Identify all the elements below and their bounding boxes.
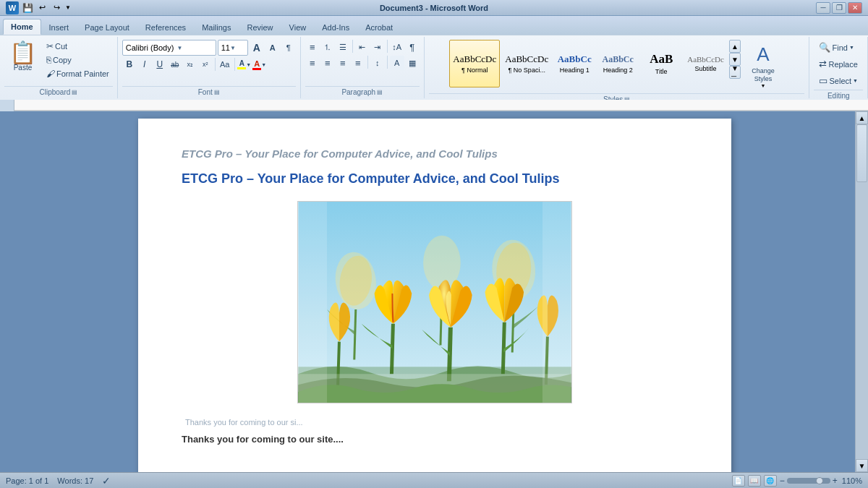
zoom-level: 110% xyxy=(842,476,862,485)
font-size-dropdown[interactable]: 11 ▼ xyxy=(218,40,248,56)
clear-format-button[interactable]: ¶ xyxy=(281,40,296,55)
tulip-svg xyxy=(298,202,571,403)
style-heading1-label: Heading 1 xyxy=(560,67,590,74)
tab-view[interactable]: View xyxy=(281,19,315,35)
page-info: Page: 1 of 1 xyxy=(6,476,48,485)
font-color-button[interactable]: A ▼ xyxy=(252,57,267,72)
footer-main: Thanks you for coming to our site.... xyxy=(182,434,688,445)
quick-access-redo[interactable]: ↪ xyxy=(51,2,62,14)
doc-scroll-area[interactable]: ETCG Pro – Your Place for Computer Advic… xyxy=(14,111,855,472)
zoom-in-button[interactable]: + xyxy=(833,476,838,486)
superscript-button[interactable]: x² xyxy=(198,57,213,72)
scroll-down-button[interactable]: ▼ xyxy=(856,459,868,472)
change-styles-button[interactable]: A ChangeStyles ▼ xyxy=(742,40,784,92)
justify-button[interactable]: ≡ xyxy=(351,56,365,70)
highlight-dropdown-arrow[interactable]: ▼ xyxy=(246,62,251,67)
tulip-image[interactable] xyxy=(297,201,572,403)
font-row1: Calibri (Body) ▼ 11 ▼ A A ¶ xyxy=(122,40,296,56)
change-case-button[interactable]: Aa xyxy=(218,57,232,72)
document-area: ETCG Pro – Your Place for Computer Advic… xyxy=(0,111,868,472)
style-heading2[interactable]: AaBbCc Heading 2 xyxy=(597,40,639,87)
zoom-thumb xyxy=(816,477,823,484)
tab-references[interactable]: References xyxy=(137,19,194,35)
page-title-main: ETCG Pro – Your Place for Computer Advic… xyxy=(182,171,688,187)
scroll-track[interactable] xyxy=(856,124,868,459)
align-right-button[interactable]: ≡ xyxy=(336,56,350,70)
bullets-button[interactable]: ≡ xyxy=(305,40,320,54)
numbered-list-button[interactable]: ⒈ xyxy=(320,40,335,54)
tab-acrobat[interactable]: Acrobat xyxy=(357,19,401,35)
borders-button[interactable]: ▦ xyxy=(405,56,420,70)
format-painter-button[interactable]: 🖌 Format Painter xyxy=(43,67,113,80)
subscript-button[interactable]: x₂ xyxy=(183,57,197,72)
select-button[interactable]: ▭ Select ▼ xyxy=(814,73,863,88)
spell-check-icon[interactable]: ✓ xyxy=(102,475,111,487)
strikethrough-button[interactable]: ab xyxy=(168,57,182,72)
view-full-reading-button[interactable]: 📖 xyxy=(748,475,761,487)
replace-button[interactable]: ⇄ Replace xyxy=(814,56,862,72)
shading-button[interactable]: A xyxy=(390,56,404,70)
paste-button[interactable]: 📋 Paste xyxy=(4,40,41,74)
scroll-up-button[interactable]: ▲ xyxy=(856,111,868,124)
styles-scroll-more[interactable]: ▼─ xyxy=(729,66,741,79)
sort-button[interactable]: ↕A xyxy=(390,40,404,54)
ruler-side-left xyxy=(0,100,14,111)
font-content: Calibri (Body) ▼ 11 ▼ A A ¶ B I U ab x₂ … xyxy=(122,38,296,86)
style-heading1[interactable]: AaBbCc Heading 1 xyxy=(553,40,595,87)
tab-insert[interactable]: Insert xyxy=(41,19,77,35)
underline-button[interactable]: U xyxy=(153,57,167,72)
highlight-button[interactable]: A ▼ xyxy=(237,57,252,72)
tab-add-ins[interactable]: Add-Ins xyxy=(314,19,357,35)
clipboard-expand-icon[interactable]: ▤ xyxy=(72,89,77,95)
para-row2: ≡ ≡ ≡ ≡ ↕ A ▦ xyxy=(305,56,420,70)
increase-indent-button[interactable]: ⇥ xyxy=(370,40,385,54)
font-expand-icon[interactable]: ▤ xyxy=(214,89,220,95)
multilevel-list-button[interactable]: ☰ xyxy=(336,40,350,54)
find-button[interactable]: 🔍 Find ▼ xyxy=(814,40,859,55)
paragraph-content: ≡ ⒈ ☰ ⇤ ⇥ ↕A ¶ ≡ ≡ ≡ ≡ ↕ A ▦ xyxy=(305,38,420,86)
style-title[interactable]: AaB Title xyxy=(640,40,682,87)
quick-access-save[interactable]: 💾 xyxy=(22,2,33,14)
align-left-button[interactable]: ≡ xyxy=(305,56,320,70)
paragraph-expand-icon[interactable]: ▤ xyxy=(377,89,383,95)
show-formatting-button[interactable]: ¶ xyxy=(405,40,420,54)
view-web-button[interactable]: 🌐 xyxy=(764,475,777,487)
scroll-thumb[interactable] xyxy=(856,124,867,182)
tab-mailings[interactable]: Mailings xyxy=(194,19,239,35)
styles-scroll-up[interactable]: ▲ xyxy=(729,40,741,53)
quick-access-undo[interactable]: ↩ xyxy=(36,2,48,14)
style-normal[interactable]: AaBbCcDc ¶ Normal xyxy=(449,40,500,87)
font-grow-button[interactable]: A xyxy=(250,40,264,55)
font-row2: B I U ab x₂ x² Aa A ▼ A xyxy=(122,57,267,72)
font-color-dropdown-arrow[interactable]: ▼ xyxy=(261,62,266,67)
quick-access-dropdown[interactable]: ▼ xyxy=(65,4,71,11)
zoom-out-button[interactable]: − xyxy=(780,476,785,486)
change-styles-icon: A xyxy=(757,43,769,66)
view-print-button[interactable]: 📄 xyxy=(732,475,745,487)
decrease-indent-button[interactable]: ⇤ xyxy=(355,40,370,54)
title-bar: W 💾 ↩ ↪ ▼ Document3 - Microsoft Word ─ ❐… xyxy=(0,0,868,16)
tab-page-layout[interactable]: Page Layout xyxy=(77,19,137,35)
style-subtitle[interactable]: AaBbCcDc Subtitle xyxy=(684,40,728,87)
close-button[interactable]: ✕ xyxy=(848,2,862,14)
style-subtitle-label: Subtitle xyxy=(695,65,717,72)
find-arrow: ▼ xyxy=(849,45,854,50)
word-logo-icon[interactable]: W xyxy=(6,1,19,14)
zoom-slider[interactable] xyxy=(787,478,830,484)
bold-button[interactable]: B xyxy=(122,57,137,72)
restore-button[interactable]: ❐ xyxy=(832,2,846,14)
status-bar: Page: 1 of 1 Words: 17 ✓ 📄 📖 🌐 − + 110% xyxy=(0,472,868,488)
tab-review[interactable]: Review xyxy=(239,19,281,35)
select-icon: ▭ xyxy=(819,75,827,86)
italic-button[interactable]: I xyxy=(137,57,152,72)
tab-home[interactable]: Home xyxy=(3,19,41,35)
font-shrink-button[interactable]: A xyxy=(265,40,280,55)
align-center-button[interactable]: ≡ xyxy=(320,56,335,70)
minimize-button[interactable]: ─ xyxy=(816,2,830,14)
style-heading2-preview: AaBbCc xyxy=(603,54,634,65)
cut-button[interactable]: ✂ Cut xyxy=(43,40,113,53)
copy-button[interactable]: ⎘ Copy xyxy=(43,53,113,67)
font-name-dropdown[interactable]: Calibri (Body) ▼ xyxy=(122,40,216,56)
line-spacing-button[interactable]: ↕ xyxy=(370,56,385,70)
style-no-spacing[interactable]: AaBbCcDc ¶ No Spaci... xyxy=(501,40,552,87)
